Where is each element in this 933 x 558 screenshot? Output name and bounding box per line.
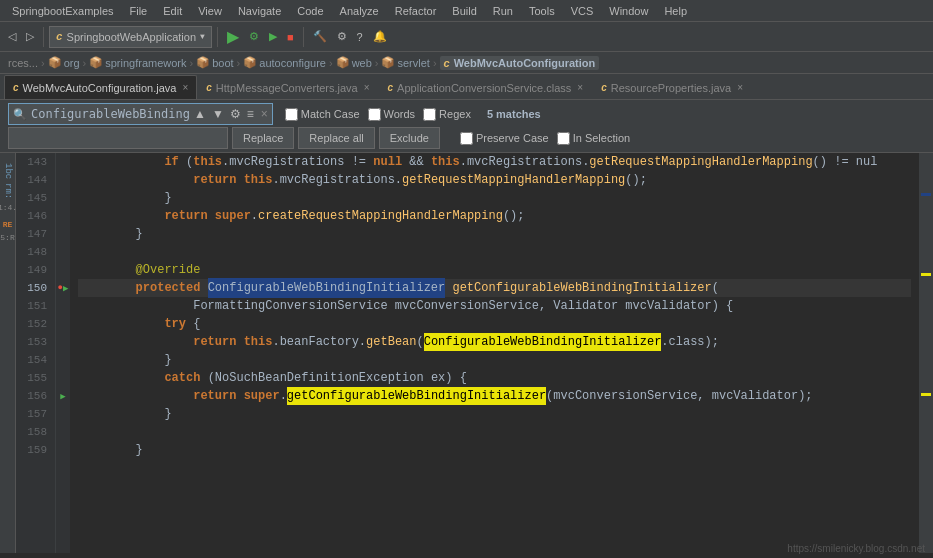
code-container: 143 144 145 146 147 148 149 150 151 152 … <box>16 153 933 553</box>
menu-bar: SpringbootExamples File Edit View Naviga… <box>0 0 933 22</box>
words-option[interactable]: Words <box>368 108 416 121</box>
match-case-checkbox[interactable] <box>285 108 298 121</box>
ruler-match-2 <box>921 393 931 396</box>
menu-refactor[interactable]: Refactor <box>387 3 445 19</box>
regex-checkbox[interactable] <box>423 108 436 121</box>
java-file-icon-2: c <box>206 82 212 93</box>
line-num-156: 156 <box>20 387 47 405</box>
line-num-146: 146 <box>20 207 47 225</box>
tab-close-3[interactable]: × <box>577 82 583 93</box>
tab-resourceproperties[interactable]: c ResourceProperties.java × <box>592 75 752 99</box>
line-num-145: 145 <box>20 189 47 207</box>
code-area[interactable]: if ( this .mvcRegistrations != null && t… <box>70 153 919 553</box>
next-match-button[interactable]: ▼ <box>209 105 227 123</box>
gutter-156: ▶ <box>56 387 70 405</box>
menu-run[interactable]: Run <box>485 3 521 19</box>
clear-search-button[interactable]: × <box>257 107 272 121</box>
search-magnifier-icon: 🔍 <box>9 108 31 121</box>
tab-close-4[interactable]: × <box>737 82 743 93</box>
help-button[interactable]: ? <box>353 29 367 45</box>
in-selection-option[interactable]: In Selection <box>557 132 630 145</box>
menu-springboot[interactable]: SpringbootExamples <box>4 3 122 19</box>
left-panel-5r: 5:R <box>0 233 14 242</box>
regex-label: Regex <box>439 108 471 120</box>
tab-httpmessageconverters[interactable]: c HttpMessageConverters.java × <box>197 75 378 99</box>
menu-edit[interactable]: Edit <box>155 3 190 19</box>
tab-label-4: ResourceProperties.java <box>611 82 731 94</box>
notifications-button[interactable]: 🔔 <box>369 28 391 45</box>
tab-close-2[interactable]: × <box>364 82 370 93</box>
breadcrumb-autoconfigure[interactable]: 📦 autoconfigure <box>243 56 326 69</box>
left-panel-label2: rm: <box>3 183 13 199</box>
menu-vcs[interactable]: VCS <box>563 3 602 19</box>
search-row-2: Replace Replace all Exclude Preserve Cas… <box>8 127 925 149</box>
in-selection-checkbox[interactable] <box>557 132 570 145</box>
back-button[interactable]: ◁ <box>4 28 20 45</box>
java-file-icon-4: c <box>601 82 607 93</box>
menu-navigate[interactable]: Navigate <box>230 3 289 19</box>
breadcrumb-springframework[interactable]: 📦 springframework <box>89 56 186 69</box>
menu-build[interactable]: Build <box>444 3 484 19</box>
line-numbers: 143 144 145 146 147 148 149 150 151 152 … <box>16 153 56 553</box>
package-icon-5: 📦 <box>336 56 350 69</box>
run-coverage-button[interactable]: ▶ <box>265 28 281 45</box>
replace-input[interactable] <box>9 131 169 145</box>
build-button[interactable]: 🔨 <box>309 28 331 45</box>
words-checkbox[interactable] <box>368 108 381 121</box>
line-num-157: 157 <box>20 405 47 423</box>
line-num-143: 143 <box>20 153 47 171</box>
preserve-case-option[interactable]: Preserve Case <box>460 132 549 145</box>
left-panel: 1bc rm: 1:4. RE 5:R <box>0 153 16 553</box>
settings-button[interactable]: ⚙ <box>333 28 351 45</box>
code-line-143: if ( this .mvcRegistrations != null && t… <box>78 153 911 171</box>
line-num-159: 159 <box>20 441 47 459</box>
prev-match-button[interactable]: ▲ <box>191 105 209 123</box>
stop-button[interactable]: ■ <box>283 29 298 45</box>
replace-all-button[interactable]: Replace all <box>298 127 374 149</box>
find-settings-button[interactable]: ⚙ <box>227 105 244 123</box>
package-icon-2: 📦 <box>89 56 103 69</box>
line-num-154: 154 <box>20 351 47 369</box>
code-line-149: @Override <box>78 261 911 279</box>
toolbar-sep-3 <box>303 27 304 47</box>
line-num-149: 149 <box>20 261 47 279</box>
match-case-option[interactable]: Match Case <box>285 108 360 121</box>
tab-applicationconversionservice[interactable]: c ApplicationConversionService.class × <box>379 75 593 99</box>
breadcrumb-servlet[interactable]: 📦 servlet <box>381 56 429 69</box>
project-name: SpringbootWebApplication <box>67 31 196 43</box>
code-line-158 <box>78 423 911 441</box>
debug-button[interactable]: ⚙ <box>245 28 263 45</box>
code-line-154: } <box>78 351 911 369</box>
menu-analyze[interactable]: Analyze <box>332 3 387 19</box>
code-line-152: try { <box>78 315 911 333</box>
breadcrumb-boot[interactable]: 📦 boot <box>196 56 233 69</box>
breadcrumb-label: rces... <box>8 57 38 69</box>
preserve-case-checkbox[interactable] <box>460 132 473 145</box>
breadcrumb-web[interactable]: 📦 web <box>336 56 372 69</box>
gutter-152 <box>56 315 70 333</box>
menu-window[interactable]: Window <box>601 3 656 19</box>
replace-button[interactable]: Replace <box>232 127 294 149</box>
menu-view[interactable]: View <box>190 3 230 19</box>
filter-button[interactable]: ≡ <box>244 105 257 123</box>
line-num-144: 144 <box>20 171 47 189</box>
breadcrumb-org[interactable]: 📦 org <box>48 56 80 69</box>
exclude-button[interactable]: Exclude <box>379 127 440 149</box>
tab-close-1[interactable]: × <box>182 82 188 93</box>
tab-webmvcautoconfiguration[interactable]: c WebMvcAutoConfiguration.java × <box>4 75 197 99</box>
tab-label-3: ApplicationConversionService.class <box>397 82 571 94</box>
breadcrumb-class[interactable]: c WebMvcAutoConfiguration <box>440 56 600 70</box>
menu-help[interactable]: Help <box>656 3 695 19</box>
tab-label-1: WebMvcAutoConfiguration.java <box>23 82 177 94</box>
run-button[interactable]: ▶ <box>223 25 243 48</box>
regex-option[interactable]: Regex <box>423 108 471 121</box>
overview-ruler <box>919 153 933 553</box>
search-options: Match Case Words Regex 5 matches <box>285 108 541 121</box>
search-input[interactable] <box>31 107 191 121</box>
menu-file[interactable]: File <box>122 3 156 19</box>
menu-code[interactable]: Code <box>289 3 331 19</box>
menu-tools[interactable]: Tools <box>521 3 563 19</box>
project-selector[interactable]: c SpringbootWebApplication ▼ <box>49 26 212 48</box>
matches-count: 5 matches <box>487 108 541 120</box>
forward-button[interactable]: ▷ <box>22 28 38 45</box>
